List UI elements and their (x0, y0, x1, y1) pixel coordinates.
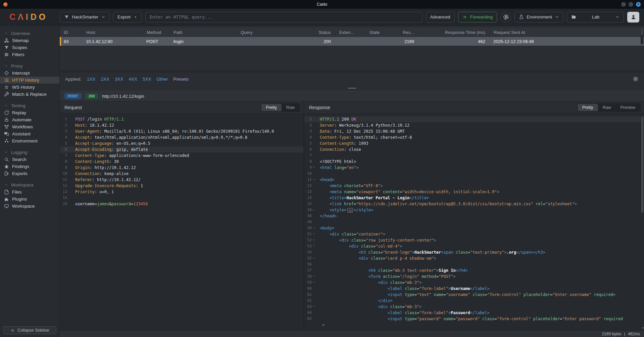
code-line[interactable]: 62 </div> (304, 298, 644, 304)
sidebar-item-ws-history[interactable]: WS History (0, 84, 59, 91)
code-line[interactable]: 12 <meta charset="UTF-8"> (304, 183, 644, 189)
code-line[interactable]: 5Accept-Language: en-US,en;q=0.5 (60, 140, 303, 146)
filter-link-5xx[interactable]: 5XX (143, 77, 151, 82)
code-line[interactable]: 55› <div class="card p-4 shadow-sm"> (304, 255, 644, 261)
minimize-button[interactable] (621, 2, 626, 7)
sidebar-item-http-history[interactable]: HTTP History (0, 77, 59, 84)
code-line[interactable]: 9›<html lang="en"> (304, 165, 644, 171)
code-line[interactable]: 64 <label class="form-label">Password</l… (304, 310, 644, 316)
sidebar-item-replay[interactable]: Replay (0, 109, 59, 116)
fold-open-icon[interactable]: › (311, 178, 317, 181)
filter-link-4xx[interactable]: 4XX (129, 77, 137, 82)
gear-icon[interactable] (633, 76, 639, 82)
sidebar-item-workflows[interactable]: Workflows (0, 123, 59, 130)
project-filter-dropdown[interactable]: HackSmarter (60, 12, 110, 23)
tab-pretty[interactable]: Pretty (578, 104, 598, 111)
code-line[interactable]: 11Referer: http://10.1.42.12/ (60, 177, 303, 183)
sidebar-item-assistant[interactable]: Assistant (0, 130, 59, 137)
code-line[interactable]: 16› <style>…</style> (304, 207, 644, 213)
code-line[interactable]: 11›<head> (304, 177, 644, 183)
sidebar-item-exports[interactable]: Exports (0, 170, 59, 177)
column-header-request-sent-at[interactable]: Request Sent At (489, 28, 644, 37)
fold-open-icon[interactable]: › (311, 239, 317, 242)
code-line[interactable]: 14 (60, 195, 303, 201)
column-header-path[interactable]: Path (169, 28, 236, 37)
sidebar-section-overview[interactable]: Overview (0, 30, 59, 37)
column-header-res[interactable]: Res... (401, 28, 418, 37)
sidebar-section-workspace[interactable]: Workspace (0, 181, 59, 188)
fold-open-icon[interactable]: › (311, 233, 317, 236)
code-line[interactable]: 6Accept-Encoding: gzip, deflate (60, 146, 303, 153)
code-line[interactable]: 59› <div class="mb-3"> (304, 280, 644, 286)
response-scrollbar[interactable] (641, 116, 644, 326)
code-line[interactable]: 7Content-Type: application/x-www-form-ur… (60, 153, 303, 159)
code-line[interactable]: 51› <div class="container"> (304, 231, 644, 237)
column-header-id[interactable]: ID (60, 28, 82, 37)
column-header-host[interactable]: Host (82, 28, 142, 37)
code-line[interactable]: 5Content-Length: 1993 (304, 140, 644, 146)
close-button[interactable]: ✕ (636, 2, 641, 7)
code-line[interactable]: 12Upgrade-Insecure-Requests: 1 (60, 183, 303, 189)
code-line[interactable]: 1POST /login HTTP/1.1 (60, 116, 303, 122)
sidebar-section-logging[interactable]: Logging (0, 149, 59, 156)
tab-preview[interactable]: Preview (616, 104, 640, 111)
tab-pretty[interactable]: Pretty (261, 104, 282, 111)
browser-button[interactable] (500, 12, 511, 23)
sidebar-item-environment[interactable]: Environment (0, 137, 59, 144)
column-header-query[interactable]: Query (236, 28, 313, 37)
sidebar-item-findings[interactable]: Findings (0, 163, 59, 170)
filter-link-3xx[interactable]: 3XX (115, 77, 123, 82)
response-editor[interactable]: ▾ 1HTTP/1.1 200 OK2Server: Werkzeug/3.1.… (304, 114, 644, 330)
code-line[interactable]: 1HTTP/1.1 200 OK (304, 116, 644, 122)
code-line[interactable]: 15 <link href="https://cdn.jsdelivr.net/… (304, 201, 644, 207)
splitter-handle[interactable] (348, 88, 356, 89)
code-line[interactable]: 48</head> (304, 213, 644, 219)
code-line[interactable]: 60 <label class="form-label">Username</l… (304, 286, 644, 292)
sidebar-section-proxy[interactable]: Proxy (0, 62, 59, 70)
sidebar-section-testing[interactable]: Testing (0, 102, 59, 109)
filter-link-other[interactable]: Other (156, 77, 168, 82)
code-line[interactable]: 53› <div class="col-md-4"> (304, 243, 644, 249)
sidebar-item-files[interactable]: Files (0, 188, 59, 196)
tab-raw[interactable]: Raw (598, 104, 616, 111)
code-line[interactable]: 15username=james&password=123456 (60, 201, 303, 207)
export-dropdown[interactable]: Export (113, 12, 142, 23)
code-line[interactable]: 8Content-Length: 30 (60, 159, 303, 165)
code-line[interactable]: 7 (304, 153, 644, 159)
code-line[interactable]: 8<!DOCTYPE html> (304, 159, 644, 165)
code-line[interactable]: 61 <input type="text" name="username" cl… (304, 292, 644, 298)
fold-open-icon[interactable]: › (311, 245, 317, 248)
code-line[interactable]: 50›<body> (304, 225, 644, 231)
code-line[interactable]: 13 <meta name="viewport" content="width=… (304, 189, 644, 195)
sidebar-item-plugins[interactable]: Plugins (0, 196, 59, 203)
sidebar-item-scopes[interactable]: Scopes (0, 44, 59, 51)
sidebar-item-sitemap[interactable]: Sitemap (0, 37, 59, 44)
code-line[interactable]: 58› <form action="/login" method="POST"> (304, 273, 644, 280)
fold-open-icon[interactable]: › (311, 281, 317, 284)
httpql-query-input[interactable] (145, 12, 423, 23)
code-line[interactable]: 6Connection: close (304, 146, 644, 153)
advanced-button[interactable]: Advanced (426, 12, 455, 23)
column-header-exten[interactable]: Exten... (335, 28, 365, 37)
column-header-state[interactable]: State (365, 28, 401, 37)
column-header-method[interactable]: Method (142, 28, 169, 37)
forwarding-button[interactable]: Forwarding (458, 12, 497, 23)
code-line[interactable]: 4Content-Type: text/html; charset=utf-8 (304, 134, 644, 140)
code-line[interactable]: > (304, 322, 644, 328)
code-line[interactable]: 9Origin: http://10.1.42.12 (60, 165, 303, 171)
maximize-button[interactable] (629, 2, 633, 7)
sidebar-item-search[interactable]: Search (0, 156, 59, 163)
column-header-response-time-ms[interactable]: Response Time (ms) (418, 28, 489, 37)
code-line[interactable]: 2Host: 10.1.42.12 (60, 122, 303, 128)
presets-link[interactable]: Presets (173, 77, 189, 82)
fold-open-icon[interactable]: › (311, 275, 317, 278)
fold-open-icon[interactable]: › (311, 305, 317, 308)
code-line[interactable]: 2Server: Werkzeug/3.1.4 Python/3.10.12 (304, 122, 644, 128)
code-line[interactable]: 4Accept: text/html,application/xhtml+xml… (60, 134, 303, 140)
sidebar-item-intercept[interactable]: Intercept (0, 70, 59, 77)
sidebar-item-match-replace[interactable]: Match & Replace (0, 91, 59, 98)
table-vertical-scrollbar[interactable] (641, 28, 643, 44)
code-line[interactable]: 63› <div class="mb-3"> (304, 304, 644, 310)
collapse-sidebar-button[interactable]: Collapse Sidebar (3, 326, 56, 334)
code-line[interactable]: 57 <h4 class="mb-3 text-center">Sign In<… (304, 267, 644, 273)
